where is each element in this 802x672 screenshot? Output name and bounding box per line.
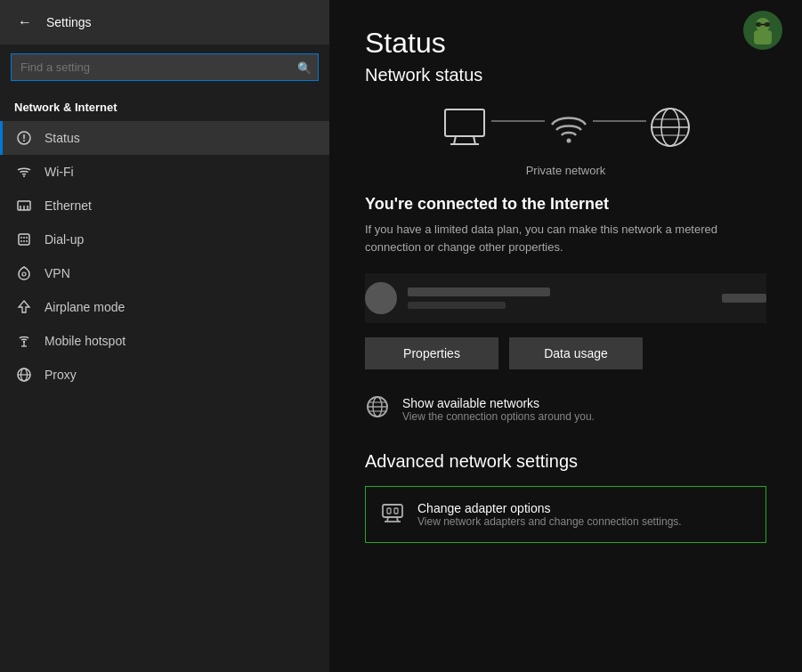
titlebar: ← Settings [0, 0, 329, 45]
network-text [408, 287, 711, 309]
svg-point-12 [20, 240, 22, 242]
sidebar-item-status[interactable]: Status [0, 121, 329, 155]
ethernet-icon [14, 198, 34, 214]
svg-point-16 [23, 341, 25, 343]
computer-icon [438, 105, 491, 153]
network-avatar [365, 282, 397, 314]
action-buttons: Properties Data usage [365, 337, 766, 369]
svg-point-32 [566, 139, 571, 143]
adapter-sub: View network adapters and change connect… [417, 515, 682, 528]
svg-rect-28 [445, 109, 484, 136]
svg-rect-26 [765, 22, 770, 27]
data-usage-button[interactable]: Data usage [509, 337, 643, 369]
vpn-icon [14, 265, 34, 281]
sidebar-item-ethernet-label: Ethernet [45, 198, 92, 213]
show-networks[interactable]: Show available networks View the connect… [365, 394, 766, 425]
avatar [741, 9, 784, 52]
svg-point-11 [26, 237, 28, 239]
main-content: Status Network status [329, 0, 802, 672]
network-sub-blur [408, 302, 506, 309]
dialup-icon [14, 231, 34, 247]
adapter-icon [380, 499, 405, 530]
airplane-icon [14, 299, 34, 315]
line-1 [491, 120, 545, 122]
sidebar-item-hotspot-label: Mobile hotspot [45, 334, 126, 348]
svg-rect-47 [387, 508, 391, 514]
properties-button[interactable]: Properties [365, 337, 498, 369]
svg-rect-48 [394, 508, 398, 514]
sidebar: ← Settings 🔍 Network & Internet Status [0, 0, 329, 672]
proxy-icon [14, 367, 34, 383]
sidebar-item-proxy[interactable]: Proxy [0, 358, 329, 392]
svg-rect-8 [19, 234, 29, 245]
show-networks-sub: View the connection options around you. [402, 410, 595, 423]
sidebar-item-status-label: Status [45, 131, 80, 145]
connected-desc: If you have a limited data plan, you can… [365, 221, 766, 255]
private-label: Private network [365, 164, 766, 177]
globe-icon [646, 103, 694, 155]
svg-point-10 [23, 237, 25, 239]
network-info-row [365, 273, 766, 323]
network-data-blur [722, 294, 766, 303]
adapter-title: Change adapter options [417, 501, 682, 515]
svg-point-3 [23, 175, 25, 177]
svg-rect-25 [756, 22, 761, 27]
app-title: Settings [46, 15, 92, 29]
svg-line-30 [474, 136, 475, 144]
status-icon [14, 130, 34, 146]
svg-line-29 [454, 136, 456, 144]
wifi-icon [14, 164, 34, 180]
show-networks-title[interactable]: Show available networks [402, 396, 595, 410]
line-2 [593, 120, 646, 122]
search-box: 🔍 [11, 53, 319, 81]
sidebar-item-airplane[interactable]: Airplane mode [0, 290, 329, 324]
sidebar-item-airplane-label: Airplane mode [45, 300, 125, 314]
sidebar-item-dialup-label: Dial-up [45, 232, 84, 247]
svg-point-2 [23, 140, 25, 142]
networks-globe-icon [365, 394, 390, 425]
back-button[interactable]: ← [14, 11, 36, 34]
connected-title: You're connected to the Internet [365, 195, 766, 214]
sidebar-item-vpn-label: VPN [45, 266, 70, 280]
sidebar-item-dialup[interactable]: Dial-up [0, 223, 329, 256]
svg-point-9 [20, 237, 22, 239]
page-title: Status [365, 27, 766, 60]
svg-point-13 [23, 240, 25, 242]
svg-rect-43 [383, 505, 402, 517]
sidebar-item-ethernet[interactable]: Ethernet [0, 189, 329, 223]
network-diagram [365, 103, 766, 155]
change-adapter-button[interactable]: Change adapter options View network adap… [365, 486, 766, 543]
show-networks-text: Show available networks View the connect… [402, 396, 595, 423]
hotspot-icon [14, 333, 34, 349]
svg-point-14 [26, 240, 28, 242]
svg-point-15 [22, 272, 26, 276]
search-input[interactable] [11, 53, 319, 81]
search-icon: 🔍 [297, 61, 312, 74]
network-status-title: Network status [365, 65, 766, 85]
advanced-title: Advanced network settings [365, 451, 766, 472]
sidebar-item-wifi-label: Wi-Fi [45, 165, 74, 179]
network-name-blur [408, 287, 550, 296]
sidebar-section-label: Network & Internet [0, 90, 329, 121]
svg-rect-24 [754, 30, 772, 45]
sidebar-item-proxy-label: Proxy [45, 368, 77, 382]
sidebar-item-wifi[interactable]: Wi-Fi [0, 155, 329, 189]
adapter-text: Change adapter options View network adap… [417, 501, 682, 528]
wifi-signal-icon [545, 105, 593, 153]
sidebar-item-hotspot[interactable]: Mobile hotspot [0, 324, 329, 358]
sidebar-item-vpn[interactable]: VPN [0, 256, 329, 290]
